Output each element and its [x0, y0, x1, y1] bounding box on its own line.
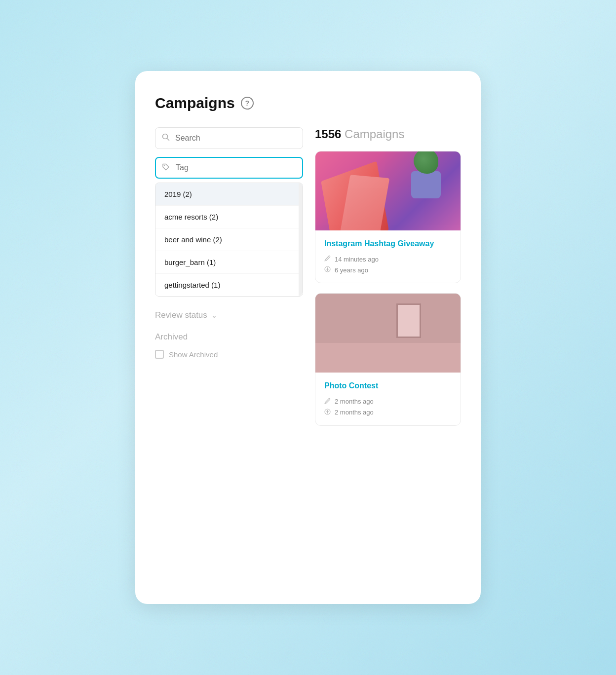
tag-dropdown: 2019 (2) acme resorts (2) beer and wine …: [155, 183, 303, 297]
campaigns-label: Campaigns: [345, 127, 404, 141]
campaigns-count: 1556 Campaigns: [315, 127, 461, 141]
campaign-card-instagram: Instagram Hashtag Giveaway 14 minutes ag…: [315, 151, 461, 283]
tag-option-beer[interactable]: beer and wine (2): [155, 228, 303, 251]
campaign-modified-photo: 2 months ago: [324, 398, 452, 406]
page-title: Campaigns: [155, 95, 235, 112]
review-status-section: Review status ⌄: [155, 310, 303, 320]
review-status-label: Review status: [155, 310, 207, 320]
show-archived-checkbox[interactable]: [155, 350, 164, 359]
campaign-image-photo: [315, 294, 461, 373]
tag-wrapper: [155, 157, 303, 179]
campaign-info-instagram: Instagram Hashtag Giveaway 14 minutes ag…: [315, 230, 461, 283]
plus-circle-icon-photo: [324, 409, 331, 416]
campaign-created-photo: 2 months ago: [324, 409, 452, 416]
help-icon[interactable]: ?: [241, 97, 254, 110]
campaign-info-photo: Photo Contest 2 months ago: [315, 373, 461, 425]
svg-line-1: [167, 139, 169, 141]
room-floor: [315, 343, 461, 373]
room-back-wall: [315, 294, 461, 343]
plant-leaf: [414, 151, 438, 174]
plus-circle-icon-instagram: [324, 266, 331, 274]
left-panel: 2019 (2) acme resorts (2) beer and wine …: [155, 127, 303, 436]
campaign-image-instagram: [315, 151, 461, 230]
tag-option-2019[interactable]: 2019 (2): [155, 183, 303, 206]
tag-input[interactable]: [155, 157, 303, 179]
tag-icon: [162, 163, 170, 173]
main-layout: 2019 (2) acme resorts (2) beer and wine …: [155, 127, 461, 436]
search-icon: [162, 133, 170, 143]
review-status-toggle[interactable]: Review status ⌄: [155, 310, 303, 320]
archived-section: Archived Show Archived: [155, 332, 303, 359]
show-archived-label[interactable]: Show Archived: [169, 350, 218, 359]
chevron-down-icon: ⌄: [211, 311, 217, 319]
svg-point-2: [164, 165, 165, 166]
campaign-title-photo[interactable]: Photo Contest: [324, 380, 452, 391]
tag-option-acme[interactable]: acme resorts (2): [155, 206, 303, 228]
campaign-title-instagram[interactable]: Instagram Hashtag Giveaway: [324, 238, 452, 249]
campaign-created-instagram: 6 years ago: [324, 266, 452, 274]
campaign-meta-instagram: 14 minutes ago 6 years ago: [324, 255, 452, 274]
campaign-created-time-instagram: 6 years ago: [335, 266, 368, 274]
page-header: Campaigns ?: [155, 95, 461, 112]
tag-option-gettingstarted[interactable]: gettingstarted (1): [155, 274, 303, 296]
campaign-card-photo: Photo Contest 2 months ago: [315, 293, 461, 425]
campaign-modified-time-photo: 2 months ago: [335, 398, 374, 405]
campaign-created-time-photo: 2 months ago: [335, 409, 374, 416]
campaign-modified-time-instagram: 14 minutes ago: [335, 256, 379, 263]
campaign-modified-instagram: 14 minutes ago: [324, 255, 452, 263]
tag-option-burger[interactable]: burger_barn (1): [155, 251, 303, 274]
main-card: Campaigns ?: [135, 71, 481, 604]
room-window: [396, 303, 421, 338]
pencil-icon: [324, 255, 331, 263]
show-archived-row: Show Archived: [155, 350, 303, 359]
search-input[interactable]: [155, 127, 303, 149]
campaigns-number: 1556: [315, 127, 341, 141]
plant-decoration: [411, 156, 441, 198]
campaign-meta-photo: 2 months ago 2 months ago: [324, 398, 452, 416]
right-panel: 1556 Campaigns Instagram Hashtag Giveawa…: [315, 127, 461, 436]
plant-pot: [411, 171, 441, 198]
archived-title: Archived: [155, 332, 303, 342]
search-wrapper: [155, 127, 303, 149]
pencil-icon-photo: [324, 398, 331, 406]
